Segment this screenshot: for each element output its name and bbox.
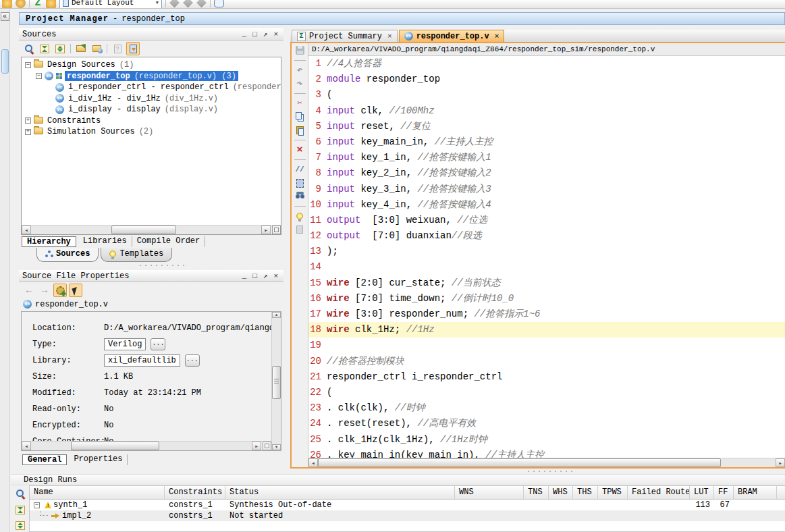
editor-redo-button[interactable]: ↷ — [297, 79, 302, 88]
scroll-track[interactable] — [31, 225, 261, 234]
code-line[interactable]: 15wire [2:0] cur_state; //当前状态 — [308, 275, 785, 291]
options-gear-icon[interactable] — [16, 0, 26, 8]
column-header-ths[interactable]: THS — [573, 486, 598, 499]
splitter-handle[interactable]: ········· — [138, 264, 187, 268]
close-icon[interactable]: × — [273, 273, 278, 280]
select-arrow-icon[interactable] — [196, 0, 207, 8]
code-line[interactable]: 14 — [308, 259, 785, 275]
search-button[interactable] — [13, 487, 27, 500]
collapse-button[interactable] — [38, 42, 51, 55]
editor-tab-responder-top-v[interactable]: veresponder_top.v× — [399, 30, 505, 42]
scroll-left-icon[interactable]: ◀ — [308, 458, 318, 467]
collapse-expander-icon[interactable]: − — [34, 502, 40, 508]
code-line[interactable]: 10input key_4_in, //抢答按键输入4 — [308, 197, 785, 213]
collapse-expander-icon[interactable]: − — [25, 62, 31, 68]
editor-horizontal-scrollbar[interactable]: ◀ ▶ — [308, 458, 785, 467]
editor-undo-button[interactable]: ↶ — [297, 65, 302, 75]
code-line[interactable]: 5input reset, //复位 — [308, 119, 785, 134]
adddoc-button[interactable] — [90, 42, 103, 55]
code-line[interactable]: 23. clk(clk), //时钟 — [308, 400, 785, 416]
editor-task-button[interactable] — [296, 225, 303, 234]
code-line[interactable]: 13); — [308, 244, 785, 259]
code-line[interactable]: 2module responder_top — [308, 72, 785, 87]
code-line[interactable]: 24. reset(reset), //高电平有效 — [308, 416, 785, 431]
resize-corner-button[interactable] — [272, 225, 281, 234]
tree-item[interactable]: −Design Sources(1) — [22, 59, 281, 71]
code-line[interactable]: 16wire [7:0] time_down; //倒计时10_0 — [308, 291, 785, 307]
tab-hierarchy[interactable]: Hierarchy — [22, 236, 76, 247]
scroll-up-icon[interactable]: ▲ — [272, 312, 281, 318]
close-tab-icon[interactable]: × — [387, 32, 392, 41]
design-run-row[interactable]: impl_2constrs_1Not started — [30, 510, 785, 521]
expand-expander-icon[interactable]: + — [25, 117, 31, 124]
tcl-z-icon[interactable]: Z — [33, 0, 43, 9]
code-line[interactable]: 17wire [3:0] responder_num; //抢答指示1~6 — [308, 307, 785, 322]
scroll-down-icon[interactable]: ▼ — [272, 444, 281, 450]
column-header-name[interactable]: Name — [30, 486, 165, 499]
column-header-lut[interactable]: LUT — [690, 486, 714, 499]
editor-save-button[interactable] — [296, 46, 304, 55]
scroll-left-icon[interactable]: ◀ — [22, 225, 31, 234]
layout-selector[interactable]: Default Layout ▼ — [59, 0, 162, 9]
code-line[interactable]: 7input key_1_in, //抢答按键输入1 — [308, 150, 785, 165]
flow-navigator-collapsed-tab[interactable] — [1, 49, 9, 74]
editor-tab-project-summary[interactable]: ΣProject Summary× — [292, 30, 398, 42]
minimize-icon[interactable]: _ — [242, 273, 247, 280]
scroll-track[interactable] — [31, 442, 252, 450]
maximize-icon[interactable]: □ — [252, 273, 257, 280]
properties-vertical-scrollbar[interactable]: ▲ ▼ — [271, 312, 281, 450]
properties-horizontal-scrollbar[interactable]: ◀ ▶ — [22, 441, 271, 450]
scroll-right-icon[interactable]: ▶ — [252, 442, 261, 450]
settings-gear-icon[interactable] — [2, 0, 12, 8]
code-line[interactable]: 22( — [308, 385, 785, 400]
code-line[interactable]: 18wire clk_1Hz; //1Hz — [308, 322, 785, 338]
scroll-thumb[interactable] — [318, 458, 721, 467]
run-settings-icon[interactable] — [46, 0, 56, 8]
column-header-constraints[interactable]: Constraints — [165, 486, 225, 499]
fwd-button[interactable]: → — [38, 284, 51, 297]
tree-item[interactable]: +Constraints — [22, 115, 281, 127]
editor-delx-button[interactable]: × — [296, 145, 302, 155]
collapse-sidebar-button[interactable]: « — [1, 12, 9, 21]
scroll-right-icon[interactable]: ▶ — [776, 458, 785, 467]
layout-arrow-icon[interactable] — [183, 0, 193, 8]
expand-button[interactable] — [53, 42, 67, 55]
editor-paste-button[interactable] — [296, 126, 304, 135]
tab-general[interactable]: General — [22, 454, 67, 465]
column-header-ff[interactable]: FF — [714, 486, 734, 499]
property-input[interactable]: Verilog — [104, 338, 146, 350]
tree-item[interactable]: vei_display - display(display.v) — [22, 104, 281, 115]
resize-corner-button[interactable] — [263, 442, 271, 450]
tab-sources[interactable]: Sources — [36, 248, 99, 262]
code-area[interactable]: 1//4人抢答器2module responder_top3(4input cl… — [308, 56, 785, 458]
browse-button[interactable]: ... — [151, 338, 165, 350]
gear-button[interactable] — [53, 284, 67, 297]
code-line[interactable]: 25. clk_1Hz(clk_1Hz), //1Hz时钟 — [308, 432, 785, 448]
scroll-track[interactable] — [272, 318, 281, 444]
column-header-tns[interactable]: TNS — [524, 486, 549, 499]
properties-titlebar[interactable]: Source File Properties _ □ ↗ × — [19, 270, 283, 282]
code-line[interactable]: 6input key_main_in, //主持人主控 — [308, 134, 785, 150]
editor-comment-button[interactable]: // — [295, 165, 304, 174]
column-header-bram[interactable]: BRAM — [734, 486, 777, 499]
float-icon[interactable]: ↗ — [263, 273, 268, 280]
scroll-right-icon[interactable]: ▶ — [261, 225, 271, 234]
collapse-expander-icon[interactable]: − — [36, 73, 42, 79]
collapse-button[interactable] — [13, 504, 27, 516]
help-bubble-icon[interactable] — [214, 0, 224, 7]
scroll-thumb[interactable] — [111, 225, 175, 234]
float-icon[interactable]: ↗ — [263, 31, 268, 38]
editor-bino-button[interactable] — [296, 192, 304, 201]
column-header-status[interactable]: Status — [225, 486, 455, 499]
code-line[interactable]: 11output [3:0] weixuan, //位选 — [308, 213, 785, 228]
code-line[interactable]: 20//抢答器控制模块 — [308, 354, 785, 369]
maximize-icon[interactable]: □ — [252, 31, 257, 38]
design-run-row[interactable]: −synth_1constrs_1Synthesis Out-of-date11… — [30, 500, 785, 510]
code-line[interactable]: 1//4人抢答器 — [308, 56, 785, 72]
column-header-whs[interactable]: WHS — [549, 486, 573, 499]
minimize-icon[interactable]: _ — [242, 31, 247, 38]
expand-expander-icon[interactable]: + — [25, 129, 31, 135]
scroll-thumb[interactable] — [272, 366, 281, 399]
close-icon[interactable]: × — [273, 31, 278, 38]
code-line[interactable]: 21responder_ctrl i_responder_ctrl — [308, 369, 785, 385]
